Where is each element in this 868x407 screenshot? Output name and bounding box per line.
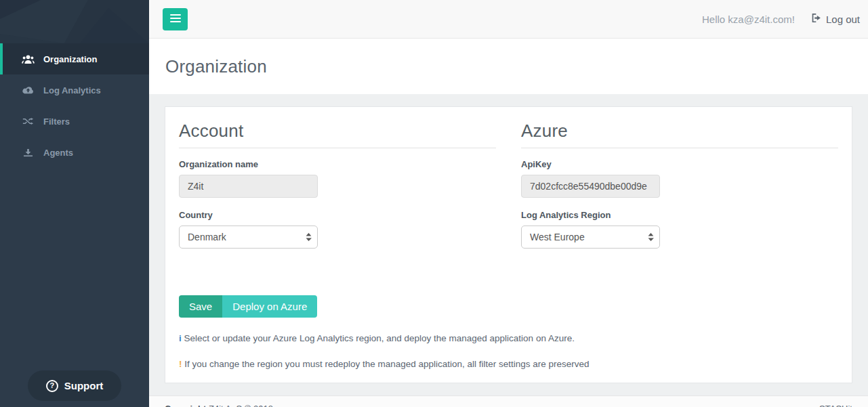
- page-title: Organization: [165, 56, 267, 77]
- action-buttons: Save Deploy on Azure: [179, 295, 838, 318]
- copyright: Copyright Z4it ApS © 2018: [165, 404, 273, 407]
- account-heading: Account: [179, 121, 496, 148]
- page-header: Organization: [149, 39, 868, 94]
- topbar-right: Hello kza@z4it.com! Log out: [702, 13, 860, 25]
- info-text: Select or update your Azure Log Analytic…: [184, 333, 575, 343]
- copyright-label: Copyright: [165, 404, 206, 407]
- sidebar-item-label: Organization: [43, 54, 97, 64]
- warning-note: ! If you change the region you must rede…: [179, 359, 838, 369]
- sign-out-icon: [811, 13, 821, 25]
- footer: Copyright Z4it ApS © 2018 STASHit: [149, 395, 868, 407]
- region-group: Log Analytics Region West Europe: [521, 210, 838, 249]
- sidebar-item-log-analytics[interactable]: Log Analytics: [0, 74, 149, 106]
- region-label: Log Analytics Region: [521, 210, 838, 220]
- footer-brand: STASHit: [819, 404, 852, 407]
- users-icon: [22, 54, 35, 64]
- sidebar-nav: Organization Log Analytics: [0, 43, 149, 168]
- shuffle-icon: [22, 117, 35, 125]
- region-select[interactable]: West Europe: [521, 226, 660, 249]
- menu-toggle-button[interactable]: [163, 8, 188, 30]
- hamburger-icon: [170, 14, 181, 24]
- topbar: Hello kza@z4it.com! Log out: [149, 0, 868, 39]
- country-label: Country: [179, 210, 496, 220]
- info-note: i Select or update your Azure Log Analyt…: [179, 333, 838, 343]
- sidebar-item-label: Log Analytics: [43, 85, 101, 95]
- sidebar-item-organization[interactable]: Organization: [0, 43, 149, 74]
- settings-columns: Account Organization name Country Denmar…: [179, 121, 838, 261]
- azure-heading: Azure: [521, 121, 838, 148]
- content-area: Account Organization name Country Denmar…: [149, 94, 868, 395]
- sidebar-logo-area: [0, 0, 149, 43]
- copyright-text: Z4it ApS © 2018: [209, 404, 273, 407]
- logo-polygon-pattern: [0, 0, 149, 43]
- azure-section: Azure ApiKey Log Analytics Region West E…: [521, 121, 838, 261]
- country-select-wrap: Denmark: [179, 226, 318, 249]
- info-icon: i: [179, 333, 182, 343]
- warning-text: If you change the region you must redepl…: [184, 359, 589, 369]
- support-label: Support: [64, 380, 104, 391]
- logout-label: Log out: [826, 14, 860, 25]
- organization-name-group: Organization name: [179, 159, 496, 198]
- deploy-on-azure-button[interactable]: Deploy on Azure: [222, 295, 317, 318]
- account-section: Account Organization name Country Denmar…: [179, 121, 496, 261]
- country-group: Country Denmark: [179, 210, 496, 249]
- logout-link[interactable]: Log out: [811, 13, 860, 25]
- sidebar-item-label: Filters: [43, 116, 70, 127]
- question-circle-icon: ?: [46, 380, 58, 392]
- warning-icon: !: [179, 359, 182, 369]
- sidebar-item-filters[interactable]: Filters: [0, 106, 149, 137]
- organization-name-label: Organization name: [179, 159, 496, 169]
- support-button[interactable]: ? Support: [28, 370, 121, 401]
- download-icon: [22, 148, 35, 157]
- user-greeting: Hello kza@z4it.com!: [702, 14, 795, 25]
- country-select[interactable]: Denmark: [179, 226, 318, 249]
- settings-card: Account Organization name Country Denmar…: [165, 106, 852, 383]
- save-button[interactable]: Save: [179, 295, 222, 318]
- support-area: ? Support: [0, 370, 149, 401]
- main-column: Hello kza@z4it.com! Log out Organization…: [149, 0, 868, 407]
- region-select-wrap: West Europe: [521, 226, 660, 249]
- cloud-upload-icon: [22, 86, 35, 95]
- sidebar-item-agents[interactable]: Agents: [0, 137, 149, 168]
- apikey-label: ApiKey: [521, 159, 838, 169]
- sidebar-item-label: Agents: [43, 148, 73, 158]
- organization-name-input[interactable]: [179, 175, 318, 198]
- apikey-input[interactable]: [521, 175, 660, 198]
- apikey-group: ApiKey: [521, 159, 838, 198]
- sidebar: Organization Log Analytics: [0, 0, 149, 407]
